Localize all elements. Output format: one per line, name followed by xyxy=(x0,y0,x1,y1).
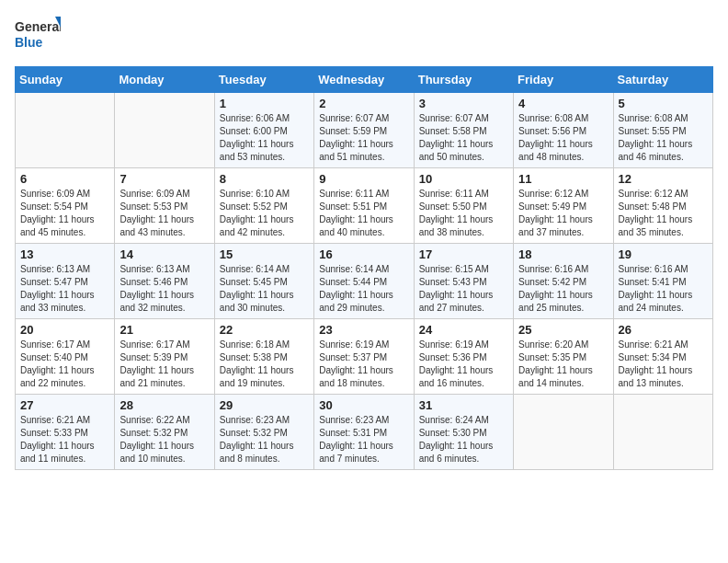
calendar-cell: 19Sunrise: 6:16 AM Sunset: 5:41 PM Dayli… xyxy=(613,244,712,319)
calendar-table: SundayMondayTuesdayWednesdayThursdayFrid… xyxy=(15,66,713,470)
day-of-week-header: Sunday xyxy=(16,67,115,93)
day-number: 9 xyxy=(319,172,408,186)
calendar-week-row: 13Sunrise: 6:13 AM Sunset: 5:47 PM Dayli… xyxy=(16,244,713,319)
day-info: Sunrise: 6:07 AM Sunset: 5:58 PM Dayligh… xyxy=(419,112,508,164)
calendar-cell: 14Sunrise: 6:13 AM Sunset: 5:46 PM Dayli… xyxy=(115,244,214,319)
day-number: 26 xyxy=(619,323,708,337)
day-info: Sunrise: 6:18 AM Sunset: 5:38 PM Dayligh… xyxy=(220,339,309,390)
page-header: General Blue xyxy=(15,15,713,55)
calendar-week-row: 6Sunrise: 6:09 AM Sunset: 5:54 PM Daylig… xyxy=(16,168,713,244)
day-number: 25 xyxy=(518,323,608,337)
day-info: Sunrise: 6:08 AM Sunset: 5:55 PM Dayligh… xyxy=(619,112,708,164)
day-info: Sunrise: 6:06 AM Sunset: 6:00 PM Dayligh… xyxy=(220,112,309,164)
day-info: Sunrise: 6:21 AM Sunset: 5:33 PM Dayligh… xyxy=(20,414,109,465)
calendar-cell: 9Sunrise: 6:11 AM Sunset: 5:51 PM Daylig… xyxy=(314,168,414,244)
calendar-cell: 25Sunrise: 6:20 AM Sunset: 5:35 PM Dayli… xyxy=(514,319,613,395)
calendar-cell: 24Sunrise: 6:19 AM Sunset: 5:36 PM Dayli… xyxy=(414,319,513,395)
calendar-week-row: 20Sunrise: 6:17 AM Sunset: 5:40 PM Dayli… xyxy=(16,319,713,395)
day-number: 17 xyxy=(419,247,508,261)
day-number: 27 xyxy=(20,398,109,412)
day-info: Sunrise: 6:11 AM Sunset: 5:50 PM Dayligh… xyxy=(419,188,508,239)
day-info: Sunrise: 6:16 AM Sunset: 5:42 PM Dayligh… xyxy=(518,263,608,315)
calendar-cell: 29Sunrise: 6:23 AM Sunset: 5:32 PM Dayli… xyxy=(214,395,313,470)
day-number: 12 xyxy=(619,172,708,186)
day-number: 5 xyxy=(619,97,708,110)
day-info: Sunrise: 6:21 AM Sunset: 5:34 PM Dayligh… xyxy=(619,339,708,390)
day-number: 29 xyxy=(220,398,309,412)
day-number: 10 xyxy=(419,172,508,186)
day-number: 8 xyxy=(220,172,309,186)
calendar-cell: 16Sunrise: 6:14 AM Sunset: 5:44 PM Dayli… xyxy=(314,244,414,319)
calendar-cell: 30Sunrise: 6:23 AM Sunset: 5:31 PM Dayli… xyxy=(314,395,414,470)
day-info: Sunrise: 6:23 AM Sunset: 5:31 PM Dayligh… xyxy=(319,414,408,465)
day-number: 3 xyxy=(419,97,508,110)
day-info: Sunrise: 6:13 AM Sunset: 5:47 PM Dayligh… xyxy=(20,263,109,315)
calendar-header-row: SundayMondayTuesdayWednesdayThursdayFrid… xyxy=(16,67,713,93)
day-number: 22 xyxy=(220,323,309,337)
day-info: Sunrise: 6:19 AM Sunset: 5:36 PM Dayligh… xyxy=(419,339,508,390)
day-number: 24 xyxy=(419,323,508,337)
day-of-week-header: Friday xyxy=(514,67,613,93)
day-number: 1 xyxy=(220,97,309,110)
svg-text:General: General xyxy=(15,19,61,34)
day-number: 13 xyxy=(20,247,109,261)
day-info: Sunrise: 6:10 AM Sunset: 5:52 PM Dayligh… xyxy=(220,188,309,239)
day-info: Sunrise: 6:16 AM Sunset: 5:41 PM Dayligh… xyxy=(619,263,708,315)
day-number: 31 xyxy=(419,398,508,412)
day-number: 30 xyxy=(319,398,408,412)
day-info: Sunrise: 6:09 AM Sunset: 5:54 PM Dayligh… xyxy=(20,188,109,239)
calendar-cell: 2Sunrise: 6:07 AM Sunset: 5:59 PM Daylig… xyxy=(314,93,414,168)
calendar-cell: 31Sunrise: 6:24 AM Sunset: 5:30 PM Dayli… xyxy=(414,395,513,470)
day-info: Sunrise: 6:09 AM Sunset: 5:53 PM Dayligh… xyxy=(119,188,209,239)
day-number: 18 xyxy=(518,247,608,261)
day-number: 11 xyxy=(518,172,608,186)
calendar-cell: 23Sunrise: 6:19 AM Sunset: 5:37 PM Dayli… xyxy=(314,319,414,395)
day-number: 7 xyxy=(119,172,209,186)
calendar-cell: 26Sunrise: 6:21 AM Sunset: 5:34 PM Dayli… xyxy=(613,319,712,395)
day-info: Sunrise: 6:23 AM Sunset: 5:32 PM Dayligh… xyxy=(220,414,309,465)
day-info: Sunrise: 6:08 AM Sunset: 5:56 PM Dayligh… xyxy=(518,112,608,164)
day-of-week-header: Tuesday xyxy=(214,67,313,93)
day-number: 14 xyxy=(119,247,209,261)
calendar-cell: 17Sunrise: 6:15 AM Sunset: 5:43 PM Dayli… xyxy=(414,244,513,319)
calendar-cell: 8Sunrise: 6:10 AM Sunset: 5:52 PM Daylig… xyxy=(214,168,313,244)
calendar-cell xyxy=(16,93,115,168)
day-info: Sunrise: 6:24 AM Sunset: 5:30 PM Dayligh… xyxy=(419,414,508,465)
calendar-cell: 1Sunrise: 6:06 AM Sunset: 6:00 PM Daylig… xyxy=(214,93,313,168)
day-info: Sunrise: 6:12 AM Sunset: 5:48 PM Dayligh… xyxy=(619,188,708,239)
svg-text:Blue: Blue xyxy=(15,35,43,50)
day-of-week-header: Saturday xyxy=(613,67,712,93)
calendar-week-row: 1Sunrise: 6:06 AM Sunset: 6:00 PM Daylig… xyxy=(16,93,713,168)
day-info: Sunrise: 6:13 AM Sunset: 5:46 PM Dayligh… xyxy=(119,263,209,315)
day-info: Sunrise: 6:07 AM Sunset: 5:59 PM Dayligh… xyxy=(319,112,408,164)
calendar-cell: 22Sunrise: 6:18 AM Sunset: 5:38 PM Dayli… xyxy=(214,319,313,395)
day-info: Sunrise: 6:15 AM Sunset: 5:43 PM Dayligh… xyxy=(419,263,508,315)
calendar-cell xyxy=(115,93,214,168)
calendar-cell: 28Sunrise: 6:22 AM Sunset: 5:32 PM Dayli… xyxy=(115,395,214,470)
day-number: 16 xyxy=(319,247,408,261)
day-info: Sunrise: 6:20 AM Sunset: 5:35 PM Dayligh… xyxy=(518,339,608,390)
day-info: Sunrise: 6:22 AM Sunset: 5:32 PM Dayligh… xyxy=(119,414,209,465)
day-info: Sunrise: 6:11 AM Sunset: 5:51 PM Dayligh… xyxy=(319,188,408,239)
calendar-cell: 27Sunrise: 6:21 AM Sunset: 5:33 PM Dayli… xyxy=(16,395,115,470)
day-info: Sunrise: 6:14 AM Sunset: 5:45 PM Dayligh… xyxy=(220,263,309,315)
day-number: 20 xyxy=(20,323,109,337)
calendar-cell: 15Sunrise: 6:14 AM Sunset: 5:45 PM Dayli… xyxy=(214,244,313,319)
calendar-cell: 11Sunrise: 6:12 AM Sunset: 5:49 PM Dayli… xyxy=(514,168,613,244)
day-number: 28 xyxy=(119,398,209,412)
day-of-week-header: Monday xyxy=(115,67,214,93)
day-number: 23 xyxy=(319,323,408,337)
day-of-week-header: Thursday xyxy=(414,67,513,93)
calendar-cell xyxy=(514,395,613,470)
calendar-cell: 4Sunrise: 6:08 AM Sunset: 5:56 PM Daylig… xyxy=(514,93,613,168)
day-info: Sunrise: 6:19 AM Sunset: 5:37 PM Dayligh… xyxy=(319,339,408,390)
day-number: 2 xyxy=(319,97,408,110)
day-info: Sunrise: 6:14 AM Sunset: 5:44 PM Dayligh… xyxy=(319,263,408,315)
calendar-cell: 18Sunrise: 6:16 AM Sunset: 5:42 PM Dayli… xyxy=(514,244,613,319)
calendar-cell: 5Sunrise: 6:08 AM Sunset: 5:55 PM Daylig… xyxy=(613,93,712,168)
day-number: 6 xyxy=(20,172,109,186)
calendar-cell: 20Sunrise: 6:17 AM Sunset: 5:40 PM Dayli… xyxy=(16,319,115,395)
day-info: Sunrise: 6:17 AM Sunset: 5:39 PM Dayligh… xyxy=(119,339,209,390)
calendar-cell: 10Sunrise: 6:11 AM Sunset: 5:50 PM Dayli… xyxy=(414,168,513,244)
calendar-cell xyxy=(613,395,712,470)
